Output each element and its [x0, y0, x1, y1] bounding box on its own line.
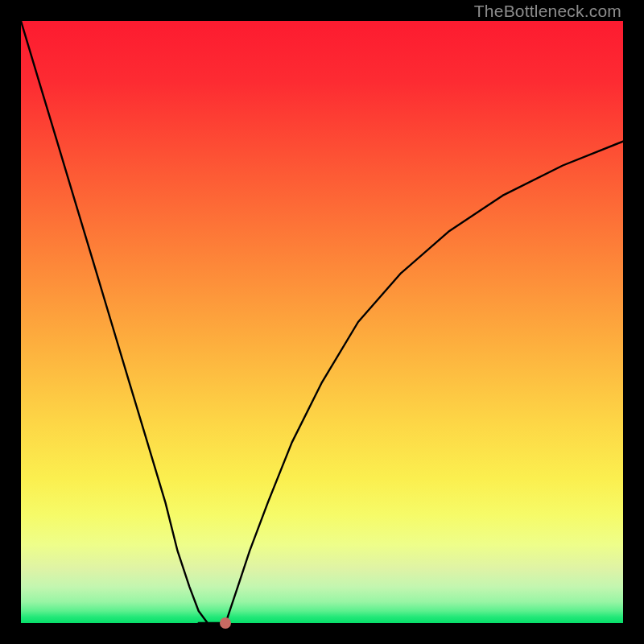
bottleneck-curve [21, 21, 623, 623]
watermark-text: TheBottleneck.com [474, 2, 621, 21]
chart-frame: TheBottleneck.com [0, 0, 644, 644]
curve-path [21, 21, 623, 623]
optimum-marker [220, 617, 231, 629]
plot-area [21, 21, 623, 623]
